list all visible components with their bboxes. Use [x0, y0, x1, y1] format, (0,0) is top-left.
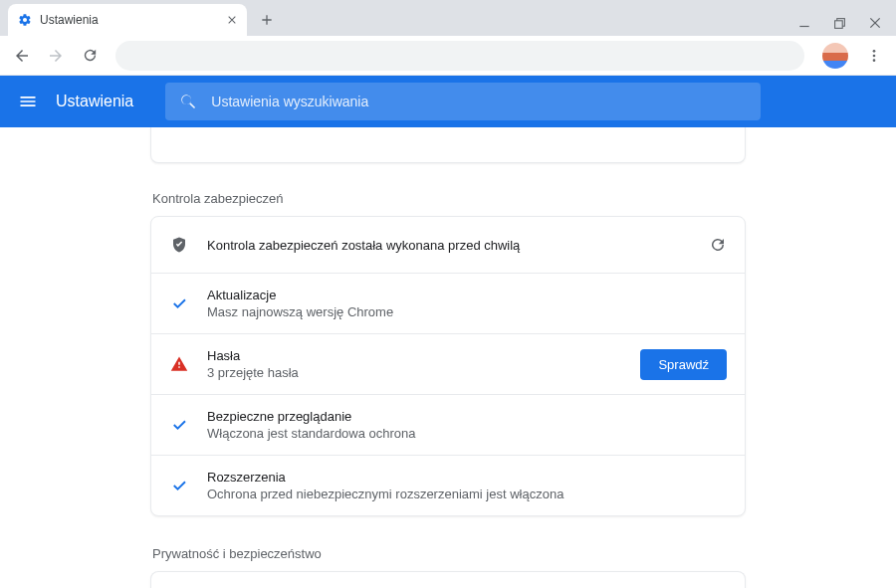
row-extensions[interactable]: Rozszerzenia Ochrona przed niebezpieczny… [151, 455, 745, 515]
svg-rect-1 [835, 20, 843, 28]
row-subtitle: 3 przejęte hasła [207, 365, 622, 380]
section-label-privacy: Prywatność i bezpieczeństwo [152, 546, 746, 561]
row-title: Aktualizacje [207, 288, 727, 302]
settings-header: Ustawienia [0, 76, 896, 127]
row-subtitle: Ochrona przed niebezpiecznymi rozszerzen… [207, 487, 727, 501]
previous-card-bottom [150, 127, 746, 163]
check-icon [169, 477, 189, 494]
minimize-icon[interactable] [797, 16, 811, 30]
browser-toolbar [0, 36, 896, 76]
tab-strip: Ustawienia [0, 0, 896, 36]
privacy-card [150, 571, 746, 588]
content: Kontrola zabezpieczeń Kontrola zabezpiec… [150, 127, 746, 588]
row-subtitle: Masz najnowszą wersję Chrome [207, 304, 727, 319]
content-scroll[interactable]: Kontrola zabezpieczeń Kontrola zabezpiec… [0, 127, 896, 588]
row-passwords[interactable]: Hasła 3 przejęte hasła Sprawdź [151, 333, 745, 394]
hamburger-icon[interactable] [18, 92, 38, 111]
security-check-card: Kontrola zabezpieczeń została wykonana p… [150, 216, 746, 516]
gear-icon [18, 13, 32, 27]
tab-title: Ustawienia [40, 13, 219, 27]
svg-point-4 [873, 59, 876, 62]
settings-search-input[interactable] [211, 94, 747, 109]
security-check-header-text: Kontrola zabezpieczeń została wykonana p… [207, 238, 691, 253]
shield-icon [169, 236, 189, 254]
address-bar[interactable] [115, 41, 804, 71]
check-button[interactable]: Sprawdź [640, 349, 727, 380]
svg-point-3 [873, 54, 876, 57]
section-label-security: Kontrola zabezpieczeń [152, 191, 746, 206]
browser-tab[interactable]: Ustawienia [8, 4, 247, 36]
warning-icon [169, 355, 189, 373]
security-check-header-row: Kontrola zabezpieczeń została wykonana p… [151, 217, 745, 273]
window-close-icon[interactable] [868, 16, 882, 30]
reload-button[interactable] [76, 42, 104, 70]
refresh-icon[interactable] [709, 236, 727, 254]
settings-search[interactable] [165, 83, 761, 120]
row-title: Hasła [207, 348, 622, 363]
row-title: Bezpieczne przeglądanie [207, 409, 727, 424]
page-title: Ustawienia [56, 93, 133, 110]
close-icon[interactable] [227, 15, 237, 25]
avatar[interactable] [822, 43, 848, 69]
maximize-icon[interactable] [833, 16, 846, 30]
new-tab-button[interactable] [253, 6, 281, 34]
row-title: Rozszerzenia [207, 470, 727, 485]
check-icon [169, 416, 189, 434]
back-button[interactable] [8, 42, 36, 70]
forward-button [42, 42, 70, 70]
window-controls [797, 16, 896, 36]
search-icon [179, 93, 197, 110]
row-subtitle: Włączona jest standardowa ochrona [207, 426, 727, 441]
row-updates[interactable]: Aktualizacje Masz najnowszą wersję Chrom… [151, 273, 745, 333]
check-icon [169, 294, 189, 312]
svg-point-2 [873, 50, 876, 53]
menu-icon[interactable] [860, 42, 888, 70]
row-safe-browsing[interactable]: Bezpieczne przeglądanie Włączona jest st… [151, 394, 745, 455]
